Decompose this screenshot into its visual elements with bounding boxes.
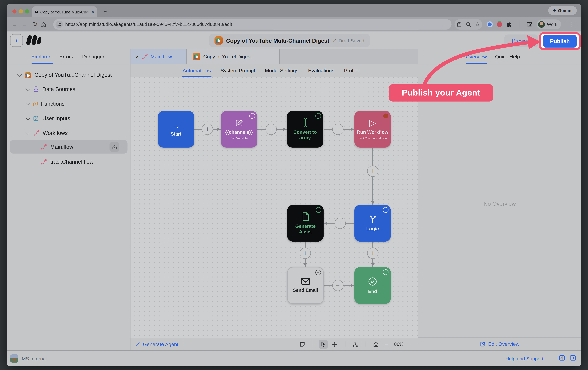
node-set-variable[interactable]: − {{channels}} Set Variable [221,111,257,148]
node-logic[interactable]: − Logic [354,205,391,241]
publish-button[interactable]: Publish [543,35,577,48]
tab-main-flow[interactable]: × Main.flow [130,49,187,64]
select-tool-button[interactable] [319,340,328,349]
search-tabs-icon[interactable] [527,21,533,27]
tab-agent-overview[interactable]: Copy of Yo...el Digest [187,49,280,64]
zoom-out-button[interactable]: − [383,341,390,348]
password-extension-icon[interactable] [487,21,493,27]
tree-item-workflows[interactable]: Workflows [26,126,68,140]
fit-view-home-button[interactable] [372,340,381,349]
collapse-icon[interactable]: − [315,113,321,119]
tab-model-settings[interactable]: Model Settings [265,68,298,73]
tab-evaluations[interactable]: Evaluations [308,68,334,73]
tree-item-data-sources[interactable]: Data Sources [26,82,75,96]
tree-item-track-flow[interactable]: trackChannel.flow [41,155,94,169]
app-back-button[interactable]: ‹ [10,34,23,47]
strawberry-extension-icon[interactable] [497,21,503,27]
tab-profiler[interactable]: Profiler [344,68,360,73]
browser-tab[interactable]: M Copy of YouTube Multi-Chann × [32,6,97,17]
traffic-minimize-icon[interactable] [19,9,23,13]
add-step-button[interactable]: + [335,218,346,229]
url-text[interactable]: https://app.mindstudio.ai/agents/81a8d1a… [65,22,232,27]
pan-tool-button[interactable] [330,340,339,349]
toggle-right-panel-icon[interactable] [559,355,565,362]
tab-quick-help[interactable]: Quick Help [495,54,520,59]
zoom-page-icon[interactable] [466,21,471,27]
generate-agent-button[interactable]: Generate Agent [135,341,178,347]
add-step-button[interactable]: + [367,166,378,177]
forward-icon[interactable]: → [20,21,30,28]
tree-label: Workflows [43,130,68,136]
home-icon[interactable] [41,21,51,27]
add-step-button[interactable]: + [367,248,378,259]
browser-profile-chip[interactable]: Work [537,20,561,29]
close-icon[interactable]: × [136,54,139,59]
chevron-down-icon[interactable] [17,72,22,76]
mindstudio-logo[interactable] [26,34,44,46]
tree-item-user-inputs[interactable]: User Inputs [26,111,70,125]
preview-button[interactable]: Preview [504,34,538,47]
magic-pen-icon [135,341,141,347]
tab-errors[interactable]: Errors [59,54,73,59]
collapse-icon[interactable]: − [383,269,388,275]
save-clipboard-icon[interactable] [457,21,462,27]
toggle-left-panel-icon[interactable] [570,355,576,362]
tree-item-functions[interactable]: (x) Functions [26,97,64,111]
traffic-close-icon[interactable] [12,9,17,13]
collapse-icon[interactable]: − [249,113,255,119]
add-step-button[interactable]: + [265,124,277,135]
workspace-avatar[interactable] [10,354,19,363]
tab-overview[interactable]: Overview [466,54,487,59]
gemini-button[interactable]: ✦ Gemini [548,6,577,15]
browser-menu-icon[interactable]: ⋮ [568,21,574,28]
help-support-link[interactable]: Help and Support [505,356,543,361]
new-tab-button[interactable]: + [104,8,107,14]
add-step-button[interactable]: + [300,248,311,259]
collapse-icon[interactable]: − [383,207,388,213]
explorer-sidebar: Explorer Errors Debugger Copy of YouTu..… [7,49,130,350]
reload-icon[interactable]: ↻ [30,21,41,28]
node-end[interactable]: − End [354,267,391,304]
zoom-level[interactable]: 86% [394,342,403,347]
arrowhead-icon [283,127,286,131]
tune-icon[interactable] [55,21,63,28]
chevron-down-icon[interactable] [25,86,30,91]
node-generate-asset[interactable]: − Generate Asset [287,205,324,241]
auto-layout-button[interactable] [351,340,360,349]
chevron-down-icon[interactable] [25,130,30,135]
tree-item-root[interactable]: Copy of YouTu...Channel Digest [18,68,112,82]
node-send-email[interactable]: − Send Email [287,267,324,304]
tab-debugger[interactable]: Debugger [82,54,104,59]
tab-close-icon[interactable]: × [92,9,94,14]
tree-label: Functions [41,101,64,107]
toolbar-separator [519,21,520,28]
add-step-button[interactable]: + [202,124,213,135]
flow-tabbar: × Main.flow Copy of Yo...el Digest [130,49,418,64]
collapse-icon[interactable]: − [316,207,321,213]
mindstudio-favicon-icon: M [35,10,38,14]
zoom-in-button[interactable]: + [408,341,414,348]
chevron-down-icon[interactable] [25,115,30,120]
home-flow-button[interactable] [109,142,119,152]
extensions-puzzle-icon[interactable] [506,21,512,27]
note-tool-button[interactable] [298,340,307,349]
add-step-button[interactable]: + [332,280,344,291]
tab-system-prompt[interactable]: System Prompt [220,68,255,73]
edit-overview-button[interactable]: Edit Overview [418,338,581,350]
tab-automations[interactable]: Automations [183,68,211,73]
add-step-button[interactable]: + [332,124,344,135]
agent-app-icon [25,72,31,78]
tab-explorer[interactable]: Explorer [32,54,51,59]
bookmark-star-icon[interactable]: ☆ [475,21,480,28]
node-start[interactable]: → Start [158,111,194,148]
back-icon[interactable]: ← [9,21,20,28]
traffic-zoom-icon[interactable] [25,9,29,13]
address-bar[interactable]: https://app.mindstudio.ai/agents/81a8d1a… [53,19,452,30]
collapse-icon[interactable]: − [315,270,321,275]
arrowhead-icon [351,283,354,287]
chevron-down-icon[interactable] [25,101,30,105]
tree-item-main-flow[interactable]: Main.flow [10,140,127,153]
agent-title-pill[interactable]: Copy of YouTube Multi-Channel Digest ✓ D… [209,34,370,47]
node-convert-to-array[interactable]: − Convert to array [287,111,323,148]
node-run-workflow[interactable]: ▷ Run Workflow trackCha...annel.flow [354,111,391,148]
